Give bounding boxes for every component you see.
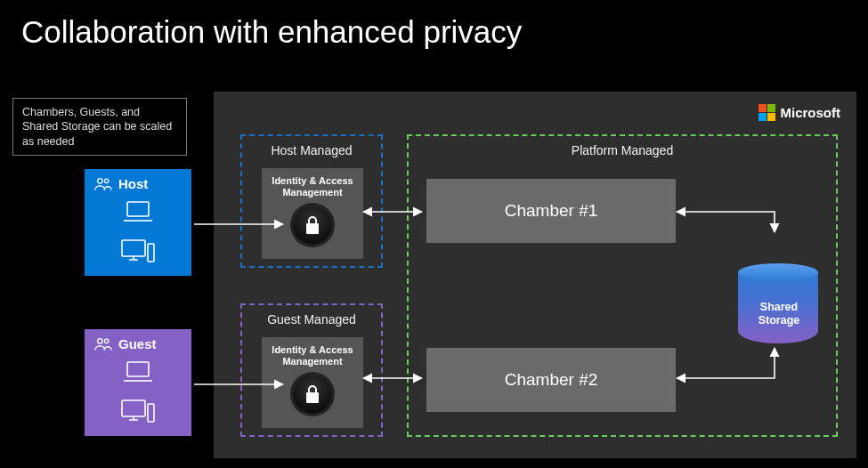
svg-point-1 <box>104 179 108 182</box>
laptop-icon <box>122 199 154 224</box>
microsoft-icon <box>758 104 775 121</box>
lock-icon <box>293 375 332 414</box>
iam-label: Identity & Access Management <box>262 344 363 367</box>
svg-point-0 <box>98 179 103 184</box>
svg-rect-4 <box>148 244 154 262</box>
svg-rect-2 <box>127 202 149 216</box>
chamber-1: Chamber #1 <box>426 179 676 243</box>
host-label: Host <box>118 176 148 191</box>
svg-point-5 <box>98 339 103 344</box>
page-title: Collaboration with enhanced privacy <box>21 14 522 50</box>
svg-point-6 <box>104 339 108 343</box>
chamber-2: Chamber #2 <box>426 348 676 412</box>
platform-managed-label: Platform Managed <box>409 143 836 157</box>
brand-logo: Microsoft <box>758 104 841 121</box>
brand-name: Microsoft <box>781 105 841 120</box>
svg-rect-8 <box>122 400 145 416</box>
people-icon <box>93 176 113 192</box>
guest-managed-panel: Guest Managed Identity & Access Manageme… <box>240 303 383 437</box>
svg-rect-7 <box>127 362 149 376</box>
guest-managed-label: Guest Managed <box>242 312 381 327</box>
storage-label: Shared Storage <box>738 301 820 327</box>
people-icon <box>93 336 113 352</box>
svg-rect-9 <box>148 404 154 422</box>
guest-iam-box: Identity & Access Management <box>262 337 363 428</box>
host-iam-box: Identity & Access Management <box>262 168 363 259</box>
platform-canvas: Microsoft Host Managed Identity & Access… <box>214 92 856 458</box>
host-party: Host <box>85 169 191 276</box>
iam-label: Identity & Access Management <box>262 175 363 198</box>
host-managed-panel: Host Managed Identity & Access Managemen… <box>240 134 383 268</box>
desktop-icon <box>120 238 156 265</box>
svg-rect-3 <box>122 240 145 256</box>
desktop-icon <box>120 399 156 425</box>
guest-label: Guest <box>118 336 157 351</box>
shared-storage: Shared Storage <box>738 263 820 352</box>
guest-party: Guest <box>85 329 191 436</box>
platform-managed-panel: Platform Managed Chamber #1 Chamber #2 S… <box>407 134 838 437</box>
scaling-note: Chambers, Guests, and Shared Storage can… <box>12 98 187 156</box>
host-managed-label: Host Managed <box>242 143 381 157</box>
laptop-icon <box>122 359 154 384</box>
lock-icon <box>293 206 332 245</box>
